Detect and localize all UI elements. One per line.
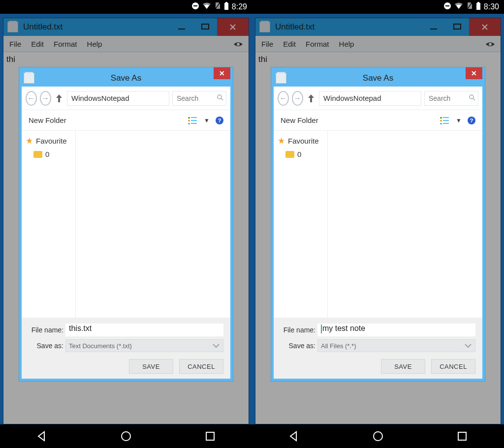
filename-input[interactable]: my test note <box>317 324 475 336</box>
chevron-down-icon <box>464 341 472 350</box>
filename-label: File name: <box>29 326 65 334</box>
dialog-app-icon <box>276 73 286 84</box>
path-input[interactable] <box>319 91 421 106</box>
svg-line-31 <box>473 98 475 100</box>
file-list[interactable] <box>76 131 230 318</box>
svg-rect-35 <box>443 117 449 118</box>
dialog-app-icon <box>24 73 34 84</box>
status-time: 8:29 <box>232 2 247 11</box>
path-input[interactable] <box>67 91 169 106</box>
text-cursor <box>321 325 322 333</box>
dialog-close-button[interactable]: ✕ <box>466 67 482 79</box>
svg-rect-1 <box>193 5 197 6</box>
android-status-bar: 8:29 <box>0 0 252 14</box>
folder-icon <box>33 151 42 158</box>
nav-recent-icon[interactable] <box>199 425 221 447</box>
svg-rect-12 <box>188 117 190 119</box>
view-dropdown-caret[interactable]: ▼ <box>204 117 210 124</box>
star-icon: ★ <box>26 136 33 146</box>
folder-icon <box>285 151 294 158</box>
sidebar-folder-0[interactable]: 0 <box>26 148 71 160</box>
search-icon <box>217 94 223 102</box>
nav-home-icon[interactable] <box>367 425 389 447</box>
svg-rect-14 <box>188 123 190 124</box>
no-sim-icon <box>214 2 221 12</box>
svg-rect-16 <box>191 120 197 121</box>
wifi-icon <box>454 2 463 11</box>
nav-back-icon[interactable] <box>31 425 53 447</box>
sidebar-folder-0[interactable]: 0 <box>278 148 323 160</box>
nav-up-button[interactable] <box>306 91 316 105</box>
svg-rect-24 <box>476 3 480 10</box>
svg-rect-3 <box>225 2 227 3</box>
wifi-icon <box>202 2 211 11</box>
view-mode-icon[interactable] <box>440 116 450 125</box>
android-nav-bar <box>0 424 252 448</box>
svg-rect-17 <box>191 123 197 124</box>
sidebar-favourite[interactable]: ★ Favourite <box>278 134 323 148</box>
saveas-select[interactable]: All Files (*.*) <box>317 339 475 352</box>
view-mode-icon[interactable] <box>188 116 198 125</box>
star-icon: ★ <box>278 136 285 146</box>
android-nav-bar <box>252 424 504 448</box>
sidebar: ★ Favourite 0 <box>274 131 328 318</box>
dialog-title: Save As <box>363 73 393 83</box>
nav-back-icon[interactable] <box>283 425 305 447</box>
filename-label: File name: <box>281 326 317 334</box>
svg-rect-36 <box>443 120 449 121</box>
no-sim-icon <box>466 2 473 12</box>
help-icon[interactable]: ? <box>468 117 475 124</box>
svg-rect-34 <box>440 123 442 124</box>
new-folder-button[interactable]: New Folder <box>29 116 66 124</box>
nav-back-button[interactable]: ← <box>278 91 289 106</box>
svg-point-38 <box>374 432 382 441</box>
svg-rect-13 <box>188 120 190 121</box>
saveas-label: Save as: <box>281 342 317 350</box>
screen-right: 8:30 Untitled.txt <box>252 0 504 448</box>
svg-rect-19 <box>206 432 214 440</box>
nav-recent-icon[interactable] <box>451 425 473 447</box>
new-folder-button[interactable]: New Folder <box>281 116 318 124</box>
save-button[interactable]: SAVE <box>129 359 173 374</box>
nav-home-icon[interactable] <box>115 425 137 447</box>
file-list[interactable] <box>328 131 482 318</box>
sidebar: ★ Favourite 0 <box>22 131 76 318</box>
saveas-label: Save as: <box>29 342 65 350</box>
svg-rect-32 <box>440 117 442 119</box>
nav-forward-button[interactable]: → <box>292 91 303 106</box>
chevron-down-icon <box>212 341 220 350</box>
saveas-select[interactable]: Text Documents (*.txt) <box>65 339 223 352</box>
svg-point-18 <box>122 432 130 441</box>
view-dropdown-caret[interactable]: ▼ <box>456 117 462 124</box>
battery-icon <box>476 2 481 12</box>
svg-line-11 <box>221 98 223 100</box>
cancel-button[interactable]: CANCEL <box>431 359 475 374</box>
svg-point-10 <box>218 95 221 99</box>
svg-rect-37 <box>443 123 449 124</box>
nav-back-button[interactable]: ← <box>26 91 37 106</box>
nav-up-button[interactable] <box>54 91 64 105</box>
battery-icon <box>224 2 229 12</box>
svg-rect-21 <box>445 5 449 6</box>
cancel-button[interactable]: CANCEL <box>179 359 223 374</box>
save-as-dialog: Save As ✕ ← → <box>19 67 233 382</box>
dialog-title: Save As <box>111 73 141 83</box>
android-status-bar: 8:30 <box>252 0 504 14</box>
status-time: 8:30 <box>484 2 499 11</box>
dnd-icon <box>443 2 451 12</box>
svg-rect-39 <box>458 432 466 440</box>
filename-input[interactable]: this.txt <box>65 324 223 336</box>
svg-point-30 <box>470 95 473 99</box>
screen-left: 8:29 Untitled.txt <box>0 0 252 448</box>
dnd-icon <box>191 2 199 12</box>
svg-rect-4 <box>224 3 228 10</box>
search-icon <box>469 94 475 102</box>
save-button[interactable]: SAVE <box>381 359 425 374</box>
svg-rect-33 <box>440 120 442 121</box>
help-icon[interactable]: ? <box>216 117 223 124</box>
sidebar-favourite[interactable]: ★ Favourite <box>26 134 71 148</box>
nav-forward-button[interactable]: → <box>40 91 51 106</box>
dialog-close-button[interactable]: ✕ <box>214 67 230 79</box>
save-as-dialog: Save As ✕ ← → <box>271 67 485 382</box>
svg-rect-23 <box>477 2 479 3</box>
